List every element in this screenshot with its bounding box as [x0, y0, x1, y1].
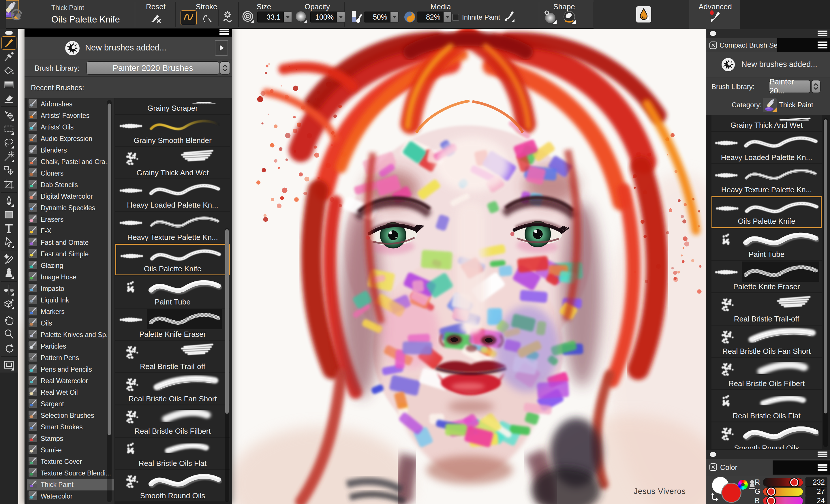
category-item-image-hose[interactable]: Image Hose — [27, 271, 114, 283]
brush-variant-real-bristle-trail-off[interactable]: Real Bristle Trail-off — [115, 341, 230, 372]
category-item-glazing[interactable]: Glazing — [27, 260, 114, 271]
brush-variant-smooth-round-oils[interactable]: Smooth Round Oils — [711, 423, 822, 449]
category-item-stamps[interactable]: Stamps — [27, 433, 114, 444]
advanced-brush-settings-icon[interactable] — [708, 10, 722, 24]
tool-eraser-icon[interactable] — [1, 92, 17, 105]
brush-variant-heavy-texture-palette-kn-[interactable]: Heavy Texture Palette Kn... — [115, 212, 230, 243]
shape-settings-icon[interactable] — [543, 10, 557, 25]
tool-magic-wand-icon[interactable] — [1, 150, 17, 163]
panel-close-icon[interactable] — [709, 41, 717, 51]
category-scrollbar[interactable] — [107, 100, 111, 502]
variant-scrollbar[interactable] — [225, 228, 229, 502]
media-blend-icon[interactable] — [403, 10, 416, 25]
tool-transform-select-icon[interactable] — [1, 164, 17, 177]
category-item-texture-source-blendi-[interactable]: Texture Source Blendi... — [27, 467, 114, 479]
category-item-chalk-pastel-and-cra-[interactable]: Chalk, Pastel and Cra... — [27, 156, 114, 168]
toolbox-drag-handle[interactable] — [5, 31, 13, 35]
brush-variant-paint-tube[interactable]: Paint Tube — [115, 276, 230, 308]
category-item-digital-watercolor[interactable]: Digital Watercolor — [27, 191, 114, 202]
stroke-straight-button[interactable] — [199, 10, 215, 25]
category-scrollbar-thumb[interactable] — [107, 103, 111, 435]
opacity-value-control[interactable]: 100% — [310, 11, 345, 23]
category-item-artists-favorites[interactable]: Artists' Favorites — [27, 110, 114, 122]
media-flow-dropdown-icon[interactable] — [390, 11, 398, 23]
variant-scrollbar-thumb[interactable] — [225, 229, 229, 414]
tool-cloner-icon[interactable] — [1, 253, 17, 266]
category-item-selection-brushes[interactable]: Selection Brushes — [27, 410, 114, 421]
tool-clone-stamp-icon[interactable] — [1, 266, 17, 280]
tool-layer-adjuster-icon[interactable] — [1, 108, 17, 122]
category-item-palette-knives-and-sp-[interactable]: Palette Knives and Sp... — [27, 329, 114, 340]
media-blend-control[interactable]: 82% — [417, 11, 452, 23]
media-brush-icon[interactable] — [502, 9, 516, 24]
brush-variant-real-bristle-oils-filbert[interactable]: Real Bristle Oils Filbert — [711, 358, 822, 389]
channel-slider-handle[interactable] — [766, 487, 776, 497]
category-item-oils[interactable]: Oils — [27, 317, 114, 329]
tool-crop-icon[interactable] — [1, 178, 17, 191]
brush-library-select[interactable]: Painter 2020 Brushes — [87, 61, 219, 75]
category-item-fast-and-ornate[interactable]: Fast and Ornate — [27, 237, 114, 248]
channel-slider[interactable] — [763, 487, 803, 496]
category-item-texture-cover[interactable]: Texture Cover — [27, 456, 114, 467]
brush-variant-heavy-texture-palette-kn-[interactable]: Heavy Texture Palette Kn... — [711, 164, 822, 196]
tool-rect-shape-icon[interactable] — [1, 208, 17, 222]
category-item-erasers[interactable]: Erasers — [27, 214, 114, 225]
cbs-new-brushes-banner[interactable]: New brushes added... — [706, 52, 830, 78]
cbs-scrollbar-thumb[interactable] — [824, 120, 827, 413]
channel-value[interactable]: 27 — [805, 487, 827, 496]
color-panel-header[interactable]: Color — [706, 459, 830, 476]
tool-text-icon[interactable] — [1, 222, 17, 235]
stroke-options-gear-icon[interactable] — [221, 10, 234, 25]
category-item-watercolor[interactable]: Watercolor — [27, 491, 114, 502]
restore-default-brush-icon[interactable] — [10, 7, 24, 23]
stroke-freehand-button[interactable] — [181, 10, 197, 25]
media-flow-value[interactable]: 50% — [364, 11, 390, 23]
brush-variant-oils-palette-knife[interactable]: Oils Palette Knife — [711, 196, 822, 228]
category-item-particles[interactable]: Particles — [27, 340, 114, 352]
tool-rect-select-icon[interactable] — [1, 122, 17, 136]
category-item-dynamic-speckles[interactable]: Dynamic Speckles — [27, 202, 114, 214]
color-dock-dot-icon[interactable] — [710, 452, 716, 457]
brush-variant-real-bristle-oils-fan-short[interactable]: Real Bristle Oils Fan Short — [115, 373, 230, 405]
tool-paint-bucket-icon[interactable] — [1, 64, 17, 77]
opacity-dropdown-arrow-icon[interactable] — [337, 11, 345, 23]
color-close-icon[interactable] — [709, 463, 717, 472]
opacity-value[interactable]: 100% — [310, 11, 337, 23]
tool-screen-mode-icon[interactable] — [1, 358, 17, 371]
size-value[interactable]: 33.1 — [257, 11, 284, 23]
shape-dab-icon[interactable] — [562, 10, 576, 25]
brush-variant-real-bristle-oils-flat[interactable]: Real Bristle Oils Flat — [115, 438, 230, 469]
category-item-airbrushes[interactable]: Airbrushes — [27, 98, 114, 110]
tool-magnifier-icon[interactable] — [1, 328, 17, 341]
category-item-artists-oils[interactable]: Artists' Oils — [27, 122, 114, 133]
size-dropdown-arrow-icon[interactable] — [284, 11, 292, 23]
category-item-pens-and-pencils[interactable]: Pens and Pencils — [27, 364, 114, 375]
media-flow-control[interactable]: 50% — [364, 11, 398, 23]
category-item-dab-stencils[interactable]: Dab Stencils — [27, 179, 114, 191]
channel-value[interactable]: 232 — [805, 477, 827, 487]
category-item-thick-paint[interactable]: Thick Paint — [27, 479, 114, 491]
brush-panel-menu-icon[interactable] — [220, 28, 229, 35]
category-item-sumi-e[interactable]: Sumi-e — [27, 444, 114, 456]
opacity-icon[interactable] — [295, 10, 308, 25]
tool-perspective-icon[interactable] — [1, 297, 17, 310]
category-item-liquid-ink[interactable]: Liquid Ink — [27, 294, 114, 306]
panel-dock-strip[interactable] — [706, 29, 830, 38]
tool-brush-icon[interactable] — [1, 36, 17, 49]
thick-paint-category-icon[interactable] — [763, 98, 777, 113]
infinite-paint-checkbox[interactable] — [452, 14, 459, 21]
color-menu-icon[interactable] — [818, 464, 827, 471]
media-color-icon[interactable] — [350, 10, 362, 25]
media-blend-value[interactable]: 82% — [417, 11, 444, 23]
cbs-menu-icon[interactable] — [818, 41, 827, 48]
brush-variant-oils-palette-knife[interactable]: Oils Palette Knife — [115, 244, 230, 275]
dock-dot-icon[interactable] — [710, 31, 716, 36]
category-item-cloners[interactable]: Cloners — [27, 168, 114, 179]
brush-variant-grainy-scraper[interactable]: Grainy Scraper — [115, 98, 230, 114]
category-item-impasto[interactable]: Impasto — [27, 283, 114, 294]
tool-lasso-icon[interactable] — [1, 136, 17, 149]
tool-mirror-painting-icon[interactable] — [1, 283, 17, 296]
channel-slider[interactable] — [763, 478, 803, 487]
new-brushes-banner[interactable]: New brushes added... — [25, 37, 232, 59]
brush-variant-heavy-loaded-palette-kn-[interactable]: Heavy Loaded Palette Kn... — [711, 132, 822, 163]
